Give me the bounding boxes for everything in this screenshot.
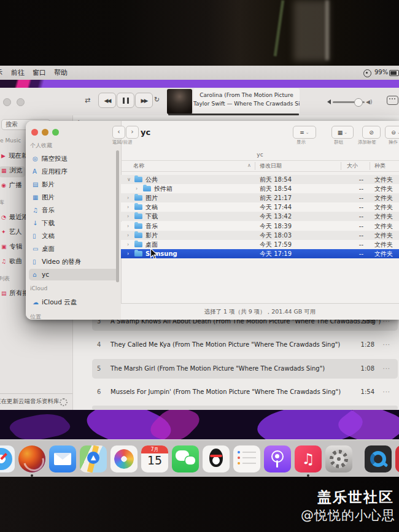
finder-file-row[interactable]: ›投件箱前天 18:54--文件夹	[121, 184, 399, 193]
file-kind: 文件夹	[374, 212, 393, 221]
finder-window[interactable]: 个人收藏◎隔空投送A应用程序▤影片▦图片♫音乐↓下载▯文稿▭桌面▯Video 的…	[26, 121, 399, 320]
file-size: --	[339, 212, 363, 221]
airdrop-icon: ◎	[33, 153, 42, 164]
finder-file-row[interactable]: ›影片今天 18:03--文件夹	[121, 231, 399, 240]
finder-sidebar-item-label: 文稿	[42, 232, 55, 239]
music-sidebar-item-albums[interactable]: ▣专辑	[1, 242, 23, 253]
menu-item-help[interactable]: 帮助	[54, 68, 68, 77]
album-art	[167, 89, 192, 114]
disclosure-right-icon[interactable]: ›	[136, 184, 138, 193]
dock-icon-wechat[interactable]	[172, 445, 199, 472]
file-size: --	[339, 231, 363, 240]
file-date: 今天 17:44	[260, 202, 292, 212]
dock-icon-maps[interactable]: ▲	[80, 445, 107, 472]
dock-icon-podcasts[interactable]	[264, 445, 291, 472]
music-icon: ♫	[33, 204, 42, 216]
repeat-icon[interactable]: ↻	[154, 96, 160, 104]
finder-file-row[interactable]: ›音乐今天 18:39--文件夹	[121, 222, 399, 231]
finder-sidebar-item-label: 影片	[42, 180, 55, 188]
finder-file-row[interactable]: ›桌面今天 17:59--文件夹	[121, 240, 399, 249]
pause-button[interactable]	[117, 93, 134, 108]
track-more-button[interactable]: ···	[382, 365, 390, 372]
dock-icon-firefox[interactable]	[18, 445, 45, 472]
minimize-button[interactable]	[42, 129, 48, 136]
menu-record-icon[interactable]	[363, 69, 371, 77]
track-number: 5	[97, 365, 101, 372]
track-number: 4	[97, 341, 101, 348]
dock-icon-quicktime[interactable]	[365, 445, 392, 472]
file-size: --	[339, 240, 363, 249]
music-traffic-light[interactable]	[3, 98, 11, 106]
sidebar-scrollbar[interactable]	[116, 150, 119, 282]
lyrics-icon[interactable]	[387, 96, 398, 105]
finder-sidebar-item-movies[interactable]: ▤影片	[29, 179, 118, 190]
disclosure-right-icon[interactable]: ›	[127, 222, 129, 231]
music-sidebar-header: 资料库	[0, 199, 4, 207]
track-title[interactable]: Mussels For Jumpin' (From The Motion Pic…	[110, 388, 341, 395]
battery-percent: 99%	[374, 69, 388, 75]
previous-track-button[interactable]: ◀◀	[98, 93, 116, 108]
finder-sidebar-item-label: 图片	[42, 193, 55, 201]
now-playing-panel[interactable]: Carolina (From The Motion Picture Taylor…	[193, 88, 300, 115]
finder-sidebar-item-downloads[interactable]: ↓下载	[29, 217, 118, 229]
finder-sidebar-item-apps[interactable]: A应用程序	[29, 166, 118, 177]
dock-icon-redapp[interactable]	[395, 445, 399, 472]
finder-sidebar-item-music[interactable]: ♫音乐	[29, 204, 118, 216]
finder-sidebar-item-label: 桌面	[42, 245, 55, 252]
track-more-button[interactable]: ···	[382, 341, 390, 348]
finder-sidebar-item-desktop[interactable]: ▭桌面	[29, 243, 118, 255]
dock-icon-calendar[interactable]: 7月15	[141, 445, 168, 472]
volume-slider-knob[interactable]	[354, 98, 363, 107]
track-title[interactable]: They Called Me Kya (From The Motion Pict…	[110, 341, 340, 348]
finder-sidebar-item-icloud[interactable]: ☁iCloud 云盘	[29, 296, 118, 308]
next-track-button[interactable]: ▶▶	[135, 93, 153, 108]
disclosure-right-icon[interactable]: ›	[127, 212, 129, 221]
finder-file-row[interactable]: ›下载今天 13:42--文件夹	[121, 212, 399, 221]
finder-file-row[interactable]: ∨公共前天 18:54--文件夹	[121, 175, 399, 184]
track-duration: 1:28	[361, 341, 374, 348]
documents-icon: ▯	[33, 230, 42, 242]
dock-icon-reminders[interactable]	[233, 445, 260, 472]
dock-icon-safari[interactable]	[0, 445, 15, 472]
calendar-day: 15	[141, 453, 168, 467]
music-sidebar-item-artists[interactable]: ✦艺人	[1, 228, 22, 239]
folder-icon	[134, 195, 142, 201]
disclosure-right-icon[interactable]: ›	[127, 193, 129, 202]
disclosure-right-icon[interactable]: ›	[127, 231, 129, 240]
disclosure-right-icon[interactable]: ›	[127, 202, 129, 212]
finder-file-row[interactable]: ›图片前天 21:17--文件夹	[121, 193, 399, 202]
dock-icon-photos[interactable]	[110, 445, 138, 472]
disclosure-right-icon[interactable]: ›	[127, 240, 129, 249]
finder-file-row[interactable]: ›文稿今天 17:44--文件夹	[121, 202, 399, 212]
shuffle-icon[interactable]: ⇄	[85, 96, 90, 104]
file-size: --	[339, 184, 363, 193]
dock-icon-music[interactable]: ♫	[295, 445, 322, 472]
music-sidebar-item-radio[interactable]: ◉广播	[1, 181, 22, 192]
disclosure-right-icon[interactable]: ›	[127, 249, 129, 258]
menu-item-window[interactable]: 窗口	[33, 68, 46, 77]
music-sidebar-item-label: 歌曲	[9, 257, 22, 264]
dock-icon-settings[interactable]	[325, 445, 352, 472]
dock-icon-mail[interactable]	[49, 445, 76, 472]
menu-item-partial[interactable]: 示	[0, 68, 6, 77]
disclosure-down-icon[interactable]: ∨	[127, 175, 131, 184]
finder-sidebar-item-pictures[interactable]: ▦图片	[29, 191, 118, 203]
finder-sidebar-item-alias[interactable]: ▯Video 的替身	[29, 256, 118, 268]
track-title[interactable]: The Marsh Girl (From The Motion Picture …	[110, 365, 325, 372]
finder-sidebar-item-documents[interactable]: ▯文稿	[29, 230, 118, 242]
music-traffic-light[interactable]	[17, 98, 25, 106]
file-kind: 文件夹	[374, 202, 393, 212]
finder-sidebar-item-airdrop[interactable]: ◎隔空投送	[29, 153, 118, 164]
close-button[interactable]	[31, 129, 38, 136]
zoom-button[interactable]	[52, 129, 59, 136]
finder-sidebar-item-home[interactable]: ⌂yc	[29, 269, 118, 280]
finder-file-row[interactable]: ›Samsung今天 17:19--文件夹	[121, 249, 399, 258]
dock-icon-qq[interactable]	[203, 445, 230, 472]
track-more-button[interactable]: ···	[382, 388, 390, 395]
file-kind: 文件夹	[374, 240, 393, 249]
music-sidebar-item-browse[interactable]: ▦浏览	[0, 166, 25, 177]
calendar-month: 7月	[141, 445, 168, 453]
file-name: 音乐	[145, 222, 158, 231]
music-sidebar-item-songs[interactable]: ♫歌曲	[1, 257, 22, 268]
menu-item-go[interactable]: 前往	[11, 68, 25, 77]
